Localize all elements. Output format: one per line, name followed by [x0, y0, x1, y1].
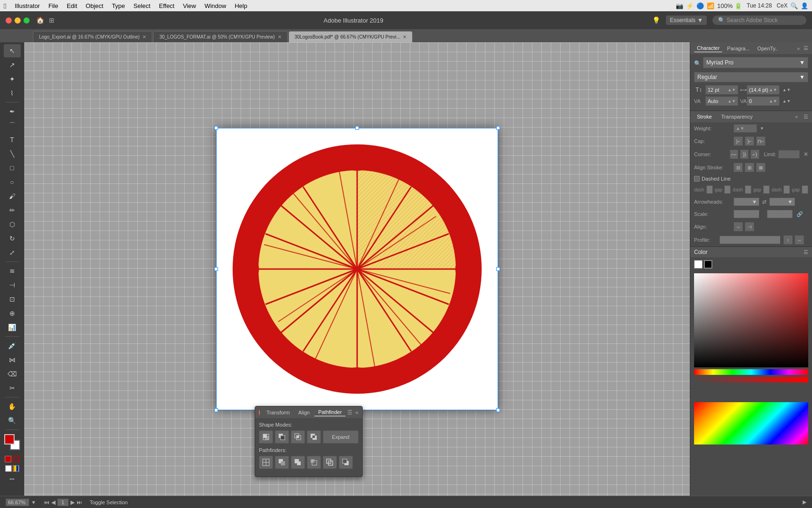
leading-input[interactable]: (14.4 pt) ▲▼ — [747, 85, 780, 95]
artboard[interactable] — [216, 128, 498, 410]
next-page-btn[interactable]: ▶ — [70, 499, 75, 506]
menu-window[interactable]: Window — [201, 1, 230, 10]
tool-scissors[interactable]: ✂ — [4, 381, 21, 395]
limit-input[interactable] — [778, 150, 800, 159]
tool-rect[interactable]: □ — [4, 161, 21, 175]
stroke-panel-expand[interactable]: » — [795, 114, 798, 119]
prev-page-btn[interactable]: ◀ — [51, 499, 55, 506]
tool-selection[interactable]: ↖ — [4, 44, 21, 57]
pathfinder-close[interactable] — [259, 410, 260, 415]
profile-selector[interactable] — [719, 236, 781, 244]
dash-1[interactable] — [706, 185, 713, 194]
tool-type[interactable]: T — [4, 133, 21, 146]
stroke-panel-menu[interactable]: ☰ — [804, 114, 808, 120]
arrowhead-end[interactable]: ▼ — [769, 198, 795, 206]
miter-join[interactable]: ⌐⌐ — [730, 150, 738, 159]
intersect-button[interactable] — [291, 430, 305, 444]
none-swatch[interactable] — [5, 465, 12, 472]
zoom-dropdown[interactable]: ▼ — [31, 500, 36, 505]
tab-0[interactable]: Logo_Export.ai @ 16.67% (CMYK/GPU Outlin… — [33, 31, 152, 42]
tool-hand[interactable]: ✋ — [4, 400, 21, 413]
gradient-swatch[interactable] — [13, 465, 19, 472]
crop-button[interactable] — [307, 456, 321, 469]
butt-cap[interactable]: |⌐ — [734, 136, 743, 146]
tool-lasso[interactable]: ⌇ — [4, 87, 21, 100]
pathfinder-collapse[interactable]: « — [355, 409, 359, 416]
tool-scale[interactable]: ⤢ — [4, 246, 21, 259]
color-fill-swatch[interactable] — [694, 260, 703, 269]
scale-start[interactable] — [734, 210, 759, 218]
menu-select[interactable]: Select — [130, 1, 154, 10]
gap-3[interactable] — [802, 185, 808, 194]
tab-close-2[interactable]: ✕ — [403, 34, 406, 40]
close-button[interactable] — [6, 17, 12, 24]
gap-2[interactable] — [763, 185, 770, 194]
align-inside[interactable]: ⊞ — [745, 163, 754, 172]
tab-transparency[interactable]: Transparency — [718, 113, 756, 120]
merge-button[interactable] — [291, 456, 305, 469]
hue-slider[interactable] — [694, 369, 808, 375]
menu-effect[interactable]: Effect — [155, 1, 178, 10]
exclude-button[interactable] — [307, 430, 321, 444]
tool-ellipse[interactable]: ○ — [4, 175, 21, 189]
menu-object[interactable]: Object — [82, 1, 107, 10]
align-center[interactable]: ⊟ — [734, 163, 743, 172]
arrowhead-start[interactable]: ▼ — [734, 198, 759, 206]
outline-button[interactable] — [323, 456, 337, 469]
minus-front-button[interactable] — [275, 430, 289, 444]
more-tools[interactable]: ••• — [9, 476, 15, 482]
minus-back-button[interactable] — [339, 456, 353, 469]
font-style-selector[interactable]: Regular ▼ — [694, 72, 808, 82]
dash-3[interactable] — [783, 185, 790, 194]
menu-illustrator[interactable]: Illustrator — [11, 1, 43, 10]
tool-paintbrush[interactable]: 🖌 — [4, 190, 21, 203]
font-family-selector[interactable]: Myriad Pro ▼ — [703, 57, 808, 68]
search-stock-input[interactable]: 🔍 Search Adobe Stock — [712, 16, 806, 25]
unite-button[interactable] — [259, 430, 273, 444]
color-gradient-picker[interactable] — [694, 273, 808, 400]
tool-eraser[interactable]: ⌫ — [4, 367, 21, 381]
menu-file[interactable]: File — [45, 1, 62, 10]
tool-pen[interactable]: ✒ — [4, 105, 21, 118]
selection-handle-tc[interactable] — [355, 126, 359, 130]
zoom-input[interactable]: 66.67% — [6, 499, 29, 506]
flip-profile[interactable]: ↕ — [783, 235, 793, 245]
foreground-color[interactable] — [4, 434, 15, 444]
tab-close-1[interactable]: ✕ — [278, 34, 281, 40]
align-within[interactable]: ⊣ — [745, 222, 754, 231]
link-scale[interactable]: 🔗 — [796, 211, 803, 217]
pathfinder-tab-align[interactable]: Align — [295, 409, 313, 416]
tool-eyedropper[interactable]: 💉 — [4, 339, 21, 352]
dash-2[interactable] — [745, 185, 751, 194]
tab-stroke[interactable]: Stroke — [694, 113, 715, 120]
tool-warp[interactable]: ≋ — [4, 264, 21, 278]
pathfinder-tab-pathfinder[interactable]: Pathfinder — [314, 408, 345, 416]
last-page-btn[interactable]: ⏭ — [77, 499, 82, 506]
tracking-input[interactable]: 0 ▲▼ — [747, 96, 780, 106]
font-size-input[interactable]: 12 pt ▲▼ — [705, 85, 738, 95]
tool-width[interactable]: ⊣ — [4, 278, 21, 292]
selection-handle-tl[interactable] — [214, 126, 218, 130]
menu-edit[interactable]: Edit — [63, 1, 81, 10]
tool-rotate[interactable]: ↻ — [4, 232, 21, 245]
weight-input[interactable]: ▲▼ — [734, 124, 757, 133]
tab-character[interactable]: Character — [694, 44, 722, 52]
selection-handle-mr[interactable] — [496, 267, 500, 271]
selection-handle-ml[interactable] — [214, 267, 218, 271]
tab-opentype[interactable]: OpenTy.. — [755, 45, 781, 52]
page-input[interactable]: 1 — [57, 499, 69, 506]
pathfinder-tab-transform[interactable]: Transform — [263, 409, 294, 416]
align-extend[interactable]: ↔ — [734, 222, 743, 231]
pathfinder-menu[interactable]: ☰ — [347, 409, 352, 416]
minimize-button[interactable] — [15, 17, 21, 24]
tool-curvature[interactable]: ⌒ — [4, 119, 21, 132]
trim-button[interactable] — [275, 456, 289, 469]
color-panel-menu[interactable]: ☰ — [804, 249, 808, 255]
selection-handle-bl[interactable] — [214, 408, 218, 412]
tool-shape-build[interactable]: ⊕ — [4, 307, 21, 320]
projecting-cap[interactable]: ⊓⌐ — [756, 136, 765, 146]
round-cap[interactable]: )⌐ — [745, 136, 754, 146]
menu-help[interactable]: Help — [231, 1, 251, 10]
tool-blend[interactable]: ⋈ — [4, 353, 21, 366]
tab-paragraph[interactable]: Paragra... — [724, 45, 752, 52]
